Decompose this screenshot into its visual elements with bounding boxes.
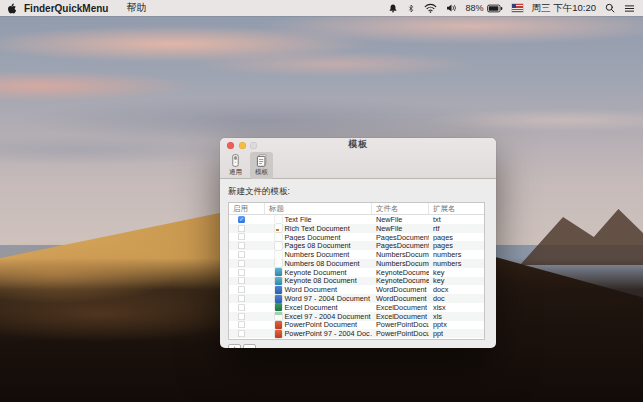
input-source-flag-icon[interactable] — [512, 4, 523, 12]
close-button[interactable] — [227, 142, 234, 149]
enable-checkbox[interactable]: ✓ — [238, 216, 245, 223]
file-type-icon — [275, 277, 282, 285]
enabled-cell — [229, 329, 265, 338]
template-extension: doc — [429, 294, 484, 303]
toolbar-tab-label: 模板 — [255, 168, 268, 177]
file-type-icon — [275, 339, 282, 340]
table-row[interactable]: OpenDocument TextTextDocumentodt — [229, 338, 484, 340]
enable-checkbox[interactable] — [238, 242, 245, 249]
template-title: PowerPoint Document — [285, 321, 358, 330]
file-type-icon — [275, 303, 282, 311]
template-extension: numbers — [429, 250, 484, 259]
table-row[interactable]: Excel 97 - 2004 DocumentExcelDocumentxls — [229, 312, 484, 321]
enable-checkbox[interactable] — [238, 260, 245, 267]
enable-checkbox[interactable] — [238, 321, 245, 328]
flag-canton — [512, 4, 517, 8]
add-template-button[interactable]: + — [228, 344, 241, 348]
table-row[interactable]: Keynote 08 DocumentKeynoteDocumentkey — [229, 277, 484, 286]
file-type-icon — [275, 224, 282, 232]
template-extension: xls — [429, 312, 484, 321]
volume-icon[interactable] — [446, 3, 457, 13]
title-cell: Excel 97 - 2004 Document — [265, 312, 372, 321]
enable-checkbox[interactable] — [238, 233, 245, 240]
template-filename: PowerPointDocume… — [372, 329, 429, 338]
header-enabled[interactable]: 启用 — [229, 203, 265, 214]
enabled-cell — [229, 241, 265, 250]
title-cell: PowerPoint Document — [265, 321, 372, 330]
template-table-body: ✓Text FileNewFiletxtRich Text DocumentNe… — [229, 215, 484, 340]
template-extension: xlsx — [429, 303, 484, 312]
enable-checkbox[interactable] — [238, 330, 245, 337]
table-row[interactable]: PowerPoint 97 - 2004 Doc…PowerPointDocum… — [229, 329, 484, 338]
template-filename: WordDocument — [372, 294, 429, 303]
template-extension: pptx — [429, 321, 484, 330]
notification-bell-icon[interactable] — [388, 3, 398, 14]
enable-checkbox[interactable] — [238, 225, 245, 232]
table-row[interactable]: Word 97 - 2004 DocumentWordDocumentdoc — [229, 294, 484, 303]
table-row[interactable]: Pages 08 DocumentPagesDocumentpages — [229, 241, 484, 250]
enabled-cell — [229, 312, 265, 321]
table-row[interactable]: Pages DocumentPagesDocumentpages — [229, 233, 484, 242]
spotlight-search-icon[interactable] — [605, 3, 615, 13]
enable-checkbox[interactable] — [238, 269, 245, 276]
template-extension: ppt — [429, 329, 484, 338]
template-filename: NewFile — [372, 224, 429, 233]
header-extension[interactable]: 扩展名 — [429, 203, 484, 214]
enable-checkbox[interactable] — [238, 313, 245, 320]
menu-item-help[interactable]: 帮助 — [117, 1, 155, 15]
file-type-icon — [275, 242, 282, 250]
table-row[interactable]: Rich Text DocumentNewFilertf — [229, 224, 484, 233]
title-cell: Word 97 - 2004 Document — [265, 294, 372, 303]
enable-checkbox[interactable] — [238, 295, 245, 302]
template-filename: KeynoteDocument — [372, 268, 429, 277]
toolbar-tab-label: 通用 — [229, 168, 242, 177]
header-title[interactable]: 标题 — [265, 203, 372, 214]
enabled-cell — [229, 294, 265, 303]
title-cell: Word Document — [265, 285, 372, 294]
template-filename: NumbersDocument — [372, 259, 429, 268]
wifi-icon[interactable] — [424, 3, 437, 13]
table-row[interactable]: Word DocumentWordDocumentdocx — [229, 285, 484, 294]
apple-menu-icon[interactable] — [0, 2, 22, 15]
menu-clock[interactable]: 周三 下午10:20 — [532, 2, 596, 15]
template-extension: txt — [429, 215, 484, 224]
file-type-icon — [275, 330, 282, 338]
enabled-cell — [229, 268, 265, 277]
bluetooth-icon[interactable] — [407, 3, 415, 14]
minimize-button[interactable] — [239, 142, 246, 149]
table-row[interactable]: Numbers 08 DocumentNumbersDocumentnumber… — [229, 259, 484, 268]
template-title: Word Document — [285, 285, 338, 294]
enabled-cell — [229, 303, 265, 312]
battery-status[interactable]: 88% — [466, 3, 503, 13]
template-title: Keynote 08 Document — [285, 277, 357, 286]
menu-app-name[interactable]: FinderQuickMenu — [22, 3, 117, 14]
enabled-cell: ✓ — [229, 215, 265, 224]
table-row[interactable]: ✓Text FileNewFiletxt — [229, 215, 484, 224]
remove-template-button[interactable]: − — [243, 344, 256, 348]
title-cell: Keynote Document — [265, 268, 372, 277]
template-extension: odt — [429, 338, 484, 340]
title-cell: Numbers 08 Document — [265, 259, 372, 268]
file-type-icon — [275, 251, 282, 259]
table-row[interactable]: Keynote DocumentKeynoteDocumentkey — [229, 268, 484, 277]
window-titlebar[interactable]: 模板 — [220, 138, 496, 151]
enable-checkbox[interactable] — [238, 286, 245, 293]
template-title: Rich Text Document — [285, 224, 350, 233]
template-extension: pages — [429, 233, 484, 242]
table-row[interactable]: PowerPoint DocumentPowerPointDocume…pptx — [229, 321, 484, 330]
notification-center-icon[interactable] — [624, 4, 635, 13]
table-row[interactable]: Excel DocumentExcelDocumentxlsx — [229, 303, 484, 312]
template-filename: WordDocument — [372, 285, 429, 294]
enable-checkbox[interactable] — [238, 277, 245, 284]
enable-checkbox[interactable] — [238, 304, 245, 311]
table-row[interactable]: Numbers DocumentNumbersDocumentnumbers — [229, 250, 484, 259]
file-type-icon — [275, 295, 282, 303]
header-filename[interactable]: 文件名 — [372, 203, 429, 214]
enable-checkbox[interactable] — [238, 251, 245, 258]
toolbar-tab-templates[interactable]: 模板 — [250, 152, 273, 179]
template-extension: docx — [429, 285, 484, 294]
enable-checkbox[interactable] — [238, 339, 245, 340]
enabled-cell — [229, 224, 265, 233]
title-cell: Numbers Document — [265, 250, 372, 259]
toolbar-tab-general[interactable]: 通用 — [224, 152, 247, 179]
